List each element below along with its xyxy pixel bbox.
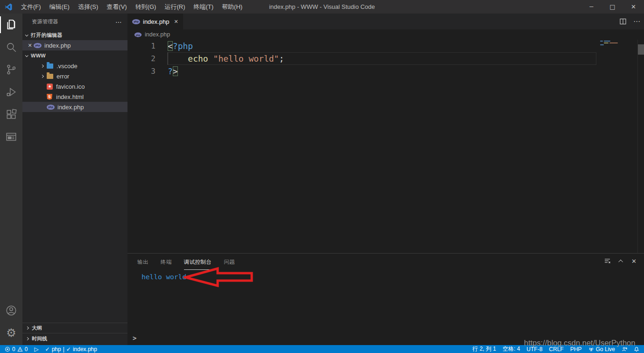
run-code-button[interactable]: ▷ (31, 346, 42, 353)
code-line-3: 3 ?> (127, 65, 644, 78)
warning-icon (17, 346, 23, 352)
tree-item-vscode[interactable]: .vscode (22, 61, 127, 71)
vscode-folder-icon (47, 64, 53, 69)
close-editor-icon[interactable]: ✕ (26, 42, 34, 49)
editor-scrollbar[interactable] (638, 44, 644, 55)
chevron-down-icon (25, 54, 28, 57)
chevron-right-icon (41, 64, 44, 67)
explorer-header: 资源管理器 ⋯ (22, 14, 127, 30)
breadcrumb[interactable]: php index.php (127, 29, 644, 40)
maximize-button[interactable]: □ (602, 0, 623, 14)
window-title: index.php - WWW - Visual Studio Code (269, 3, 375, 10)
extensions-icon[interactable] (0, 103, 22, 126)
chevron-right-icon (41, 74, 44, 78)
debug-console-output: hello world (142, 273, 186, 281)
favicon-icon: ★ (47, 84, 53, 90)
explorer-title: 资源管理器 (32, 18, 115, 25)
tab-bar: php index.php ✕ ⋯ (127, 14, 644, 29)
source-control-icon[interactable] (0, 58, 22, 81)
php-file-icon: php (47, 105, 55, 110)
cursor-position[interactable]: 行 2, 列 1 (469, 345, 500, 353)
minimap-divider (637, 40, 638, 253)
tab-output[interactable]: 输出 (137, 254, 149, 269)
tree-item-error[interactable]: error (22, 71, 127, 81)
code-line-2: 2 echo "hello world"; (127, 52, 644, 65)
browser-preview-icon[interactable] (0, 126, 22, 148)
settings-gear-icon[interactable]: ⚙ (0, 322, 22, 344)
tab-close-icon[interactable]: ✕ (174, 19, 178, 25)
account-icon[interactable] (0, 299, 22, 322)
title-bar: 文件(F) 编辑(E) 选择(S) 查看(V) 转到(G) 运行(R) 终端(T… (0, 0, 644, 14)
activity-bar-bottom: ⚙ (0, 299, 22, 344)
timeline-section[interactable]: 时间线 (22, 333, 127, 344)
open-editors-header[interactable]: 打开的编辑器 (22, 30, 127, 40)
explorer-icon[interactable] (0, 14, 22, 36)
open-editor-label: index.php (44, 42, 71, 49)
outline-section[interactable]: 大纲 (22, 323, 127, 333)
line-number: 1 (127, 40, 156, 52)
panel-actions: ✕ (604, 257, 637, 265)
editor-actions: ⋯ (619, 14, 640, 29)
vscode-window: 文件(F) 编辑(E) 选择(S) 查看(V) 转到(G) 运行(R) 终端(T… (0, 0, 644, 353)
folder-www-header[interactable]: WWW (22, 50, 127, 61)
folder-icon (47, 74, 53, 79)
explorer-sidebar: 资源管理器 ⋯ 打开的编辑器 ✕ php index.php WWW .vsco… (22, 14, 127, 345)
chevron-right-icon (26, 337, 29, 340)
editor-region: php index.php ✕ ⋯ php index.php 1 <?php … (127, 14, 644, 345)
window-controls: ─ □ ✕ (581, 0, 644, 14)
menu-selection[interactable]: 选择(S) (74, 0, 102, 14)
tab-indexphp[interactable]: php index.php ✕ (127, 14, 183, 29)
more-actions-icon[interactable]: ⋯ (633, 17, 640, 26)
tab-terminal[interactable]: 终端 (161, 254, 172, 269)
search-icon[interactable] (0, 36, 22, 58)
tree-item-indexhtml[interactable]: 5 index.html (22, 92, 127, 102)
code-line-1: 1 <?php (127, 40, 644, 52)
code-editor[interactable]: 1 <?php 2 echo "hello world"; 3 ?> (127, 40, 644, 253)
split-editor-icon[interactable] (619, 18, 627, 25)
chevron-down-icon (25, 33, 28, 36)
watermark-text: https://blog.csdn.net/UserPython (524, 339, 635, 347)
tree-item-favicon[interactable]: ★ favicon.ico (22, 81, 127, 92)
menu-edit[interactable]: 编辑(E) (45, 0, 74, 14)
minimize-button[interactable]: ─ (581, 0, 602, 14)
menu-run[interactable]: 运行(R) (160, 0, 189, 14)
debug-console-prompt[interactable]: > (133, 334, 136, 342)
php-file-icon: php (134, 32, 142, 37)
activity-bar: ⚙ (0, 14, 22, 345)
run-debug-icon[interactable] (0, 81, 22, 103)
red-arrow-annotation (184, 267, 255, 287)
close-button[interactable]: ✕ (623, 0, 644, 14)
tree-item-indexphp[interactable]: php index.php (22, 102, 127, 112)
chevron-right-icon (26, 326, 29, 330)
line-number: 3 (127, 65, 156, 78)
minimap[interactable] (600, 41, 637, 46)
php-file-icon: php (132, 19, 140, 24)
html-file-icon: 5 (47, 94, 52, 100)
problems-status[interactable]: 0 0 (0, 346, 31, 353)
vscode-logo-icon (4, 3, 13, 11)
error-icon (5, 346, 10, 352)
explorer-more-actions-icon[interactable]: ⋯ (115, 18, 122, 26)
indentation-status[interactable]: 空格: 4 (499, 345, 523, 353)
menu-view[interactable]: 查看(V) (102, 0, 131, 14)
menu-goto[interactable]: 转到(G) (131, 0, 161, 14)
clear-console-icon[interactable] (604, 257, 611, 265)
line-number: 2 (127, 52, 156, 65)
php-file-icon: php (34, 43, 42, 48)
status-left: 0 0 ▷ ✓ php | ✓ index.php (0, 345, 100, 353)
open-editor-item-indexphp[interactable]: ✕ php index.php (22, 40, 127, 50)
menu-terminal[interactable]: 终端(T) (189, 0, 218, 14)
tab-label: index.php (143, 18, 169, 25)
maximize-panel-icon[interactable] (618, 259, 623, 264)
close-panel-icon[interactable]: ✕ (631, 258, 637, 265)
php-status[interactable]: ✓ php | ✓ index.php (42, 346, 100, 353)
breadcrumb-file[interactable]: index.php (145, 31, 170, 38)
menu-file[interactable]: 文件(F) (17, 0, 45, 14)
menu-help[interactable]: 帮助(H) (218, 0, 247, 14)
